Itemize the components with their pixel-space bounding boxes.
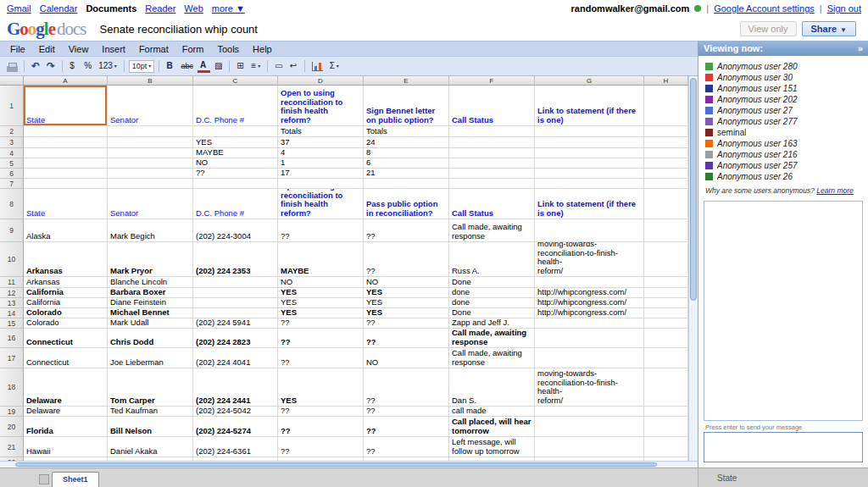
cell-F4[interactable] — [449, 148, 535, 158]
cell-B20[interactable]: Bill Nelson — [108, 417, 193, 437]
cell-E3[interactable]: 24 — [364, 137, 449, 148]
cell-A13[interactable]: California — [24, 298, 108, 308]
cell-A7[interactable] — [24, 179, 108, 189]
cell-A6[interactable] — [24, 169, 108, 179]
cell-H6[interactable] — [644, 169, 688, 179]
menu-help[interactable]: Help — [246, 43, 279, 55]
cell-G8[interactable]: Link to statement (if there is one) — [535, 189, 644, 219]
cell-F7[interactable] — [449, 179, 535, 189]
cell-B14[interactable]: Michael Bennet — [108, 308, 193, 318]
cell-G21[interactable] — [535, 437, 644, 457]
cell-F16[interactable]: Call made, awaiting response — [449, 329, 535, 348]
cell-B7[interactable] — [108, 179, 193, 189]
cell-C1[interactable]: D.C. Phone # — [193, 86, 278, 126]
cell-E21[interactable]: ?? — [364, 437, 449, 457]
row-header-7[interactable]: 7 — [0, 179, 24, 189]
cell-H9[interactable] — [644, 219, 688, 242]
cell-H13[interactable] — [644, 298, 688, 308]
cell-C21[interactable]: (202) 224-6361 — [193, 437, 278, 457]
cell-E17[interactable]: NO — [364, 348, 449, 368]
row-header-3[interactable]: 3 — [0, 137, 24, 148]
cell-A1[interactable]: State — [24, 86, 108, 126]
cell-B10[interactable]: Mark Pryor — [108, 242, 193, 277]
cell-D12[interactable]: YES — [278, 288, 364, 298]
nav-more[interactable]: more ▼ — [212, 3, 245, 14]
cell-C16[interactable]: (202) 224 2823 — [193, 329, 278, 348]
row-header-21[interactable]: 21 — [0, 437, 24, 457]
wrap-text-button[interactable]: ↩ — [287, 60, 300, 72]
cell-A12[interactable]: California — [24, 288, 108, 298]
cell-H21[interactable] — [644, 437, 688, 457]
cell-G1[interactable]: Link to statement (if there is one) — [535, 86, 644, 126]
cell-B17[interactable]: Joe Lieberman — [108, 348, 193, 368]
menu-edit[interactable]: Edit — [32, 43, 62, 55]
cell-C14[interactable] — [193, 308, 278, 318]
cell-E2[interactable]: Totals — [364, 126, 449, 137]
cell-E13[interactable]: YES — [364, 298, 449, 308]
menu-insert[interactable]: Insert — [95, 43, 132, 55]
cell-B15[interactable]: Mark Udall — [108, 318, 193, 329]
nav-calendar[interactable]: Calendar — [40, 3, 78, 14]
cell-H19[interactable] — [644, 407, 688, 417]
learn-more-link[interactable]: Learn more — [816, 186, 853, 195]
column-header-E[interactable]: E — [364, 76, 449, 86]
cell-H14[interactable] — [644, 308, 688, 318]
cell-H4[interactable] — [644, 148, 688, 158]
row-header-18[interactable]: 18 — [0, 368, 24, 407]
cell-D2[interactable]: Totals — [278, 126, 364, 137]
menu-view[interactable]: View — [62, 43, 96, 55]
cell-A19[interactable]: Delaware — [24, 407, 108, 417]
cell-E9[interactable]: ?? — [364, 219, 449, 242]
nav-web[interactable]: Web — [184, 3, 203, 14]
cell-G17[interactable] — [535, 348, 644, 368]
cell-E5[interactable]: 6 — [364, 158, 449, 169]
cell-A8[interactable]: State — [24, 189, 108, 219]
cell-E16[interactable]: ?? — [364, 329, 449, 348]
cell-A2[interactable] — [24, 126, 108, 137]
cell-G13[interactable]: http://whipcongress.com/ — [535, 298, 644, 308]
menu-form[interactable]: Form — [175, 43, 211, 55]
cell-D10[interactable]: MAYBE — [278, 242, 364, 277]
row-header-11[interactable]: 11 — [0, 277, 24, 288]
cell-H12[interactable] — [644, 288, 688, 298]
cell-H3[interactable] — [644, 137, 688, 148]
cell-G12[interactable]: http://whipcongress.com/ — [535, 288, 644, 298]
column-header-A[interactable]: A — [24, 76, 108, 86]
cell-F8[interactable]: Call Status — [449, 189, 535, 219]
cell-A5[interactable] — [24, 158, 108, 169]
cell-G6[interactable] — [535, 169, 644, 179]
cell-D8[interactable]: Open to using reconciliation to finish h… — [278, 189, 364, 219]
insert-chart-button[interactable] — [312, 62, 323, 71]
row-header-2[interactable]: 2 — [0, 126, 24, 137]
cell-F6[interactable] — [449, 169, 535, 179]
cell-D7[interactable] — [278, 179, 364, 189]
bold-button[interactable]: B — [164, 60, 176, 72]
cell-D17[interactable]: ?? — [278, 348, 364, 368]
share-button[interactable]: Share▼ — [802, 21, 857, 36]
cell-A18[interactable]: Delaware — [24, 368, 108, 407]
cell-B8[interactable]: Senator — [108, 189, 193, 219]
cell-C10[interactable]: (202) 224 2353 — [193, 242, 278, 277]
row-header-6[interactable]: 6 — [0, 169, 24, 179]
cell-F3[interactable] — [449, 137, 535, 148]
column-header-H[interactable]: H — [644, 76, 688, 86]
cell-C20[interactable]: (202) 224-5274 — [193, 417, 278, 437]
menu-file[interactable]: File — [3, 43, 32, 55]
cell-G16[interactable] — [535, 329, 644, 348]
cell-A4[interactable] — [24, 148, 108, 158]
cell-E12[interactable]: YES — [364, 288, 449, 298]
row-header-12[interactable]: 12 — [0, 288, 24, 298]
column-header-B[interactable]: B — [108, 76, 193, 86]
cell-B12[interactable]: Barbara Boxer — [108, 288, 193, 298]
cell-C18[interactable]: (202) 224 2441 — [193, 368, 278, 407]
cell-E20[interactable]: ?? — [364, 417, 449, 437]
select-all-corner[interactable] — [0, 76, 24, 86]
cell-E7[interactable] — [364, 179, 449, 189]
fill-color-button[interactable]: ▨ — [212, 60, 225, 72]
cell-G14[interactable]: http://whipcongress.com/ — [535, 308, 644, 318]
cell-D20[interactable]: ?? — [278, 417, 364, 437]
cell-F15[interactable]: Zapp and Jeff J. — [449, 318, 535, 329]
row-header-19[interactable]: 19 — [0, 407, 24, 417]
row-header-13[interactable]: 13 — [0, 298, 24, 308]
print-button[interactable] — [7, 66, 18, 72]
